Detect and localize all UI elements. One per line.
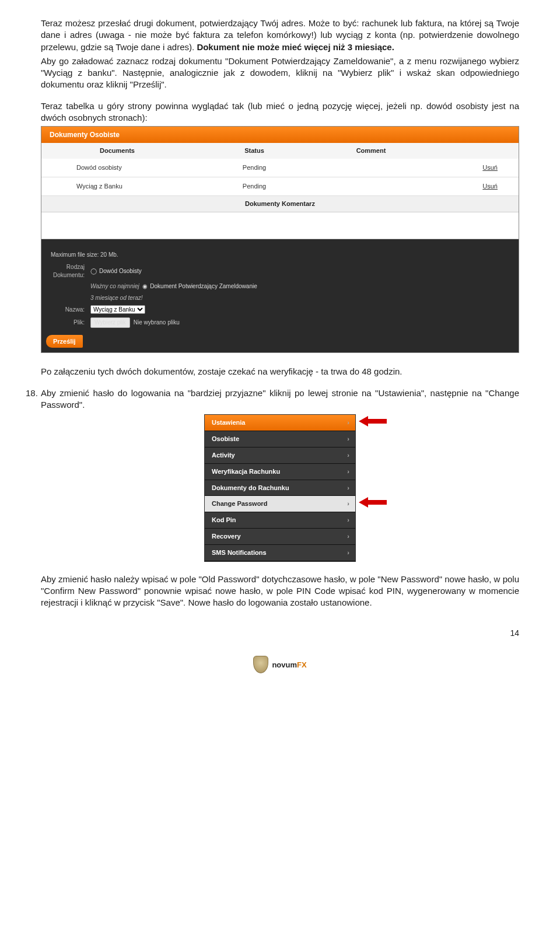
menu-item-osobiste[interactable]: Osobiste › bbox=[205, 431, 355, 447]
doc-status: Pending bbox=[193, 182, 316, 191]
list-text-18: Aby zmienić hasło do logowania na "bardz… bbox=[41, 387, 519, 411]
menu-label: Osobiste bbox=[212, 435, 239, 443]
col-comment: Comment bbox=[316, 146, 426, 155]
chevron-right-icon: › bbox=[347, 548, 349, 557]
max-file-size: Maximum file size: 20 Mb. bbox=[51, 251, 509, 259]
delete-link[interactable]: Usuń bbox=[482, 183, 498, 190]
chevron-right-icon: › bbox=[347, 418, 349, 427]
choose-file-button[interactable]: Wybierz plik bbox=[90, 317, 130, 328]
screenshot-documents-panel: Dokumenty Osobiste Documents Status Comm… bbox=[41, 126, 519, 353]
delete-link[interactable]: Usuń bbox=[482, 164, 498, 171]
menu-item-dokumenty[interactable]: Dokumenty do Rachunku › bbox=[205, 480, 355, 497]
radio-dowod-label: Dowód Osobisty bbox=[99, 267, 142, 275]
chevron-right-icon: › bbox=[347, 467, 349, 476]
menu-item-weryfikacja[interactable]: Weryfikacja Rachunku › bbox=[205, 464, 355, 480]
upload-form: Maximum file size: 20 Mb. Rodzaj Dokumen… bbox=[41, 239, 519, 335]
menu-label: Recovery bbox=[212, 532, 241, 541]
svg-marker-0 bbox=[359, 416, 387, 426]
menu-item-kod-pin[interactable]: Kod Pin › bbox=[205, 512, 355, 529]
col-documents: Documents bbox=[41, 146, 193, 155]
chevron-right-icon: › bbox=[347, 516, 349, 525]
menu-label: Dokumenty do Rachunku bbox=[212, 484, 289, 492]
radio-zameldowanie-label: Dokument Potwierdzający Zameldowanie bbox=[150, 282, 257, 291]
table-row: Wyciąg z Banku Pending Usuń bbox=[41, 177, 519, 196]
menu-item-sms[interactable]: SMS Notifications › bbox=[205, 545, 355, 561]
rodzaj-label: Rodzaj Dokumentu: bbox=[51, 263, 90, 279]
comments-header: Dokumenty Komentarz bbox=[41, 196, 519, 212]
chevron-right-icon: › bbox=[347, 484, 349, 492]
menu-label: Change Password bbox=[212, 499, 267, 508]
submit-button[interactable]: Prześlij bbox=[46, 335, 83, 348]
screenshot-settings-menu: Ustawienia › Osobiste › Activity › Weryf… bbox=[204, 414, 356, 562]
nazwa-select[interactable]: Wyciąg z Banku bbox=[90, 305, 145, 314]
menu-item-ustawienia[interactable]: Ustawienia › bbox=[205, 415, 355, 431]
intro-p1b: Dokument nie może mieć więcej niż 3 mies… bbox=[197, 42, 394, 52]
chevron-right-icon: › bbox=[347, 451, 349, 460]
menu-item-recovery[interactable]: Recovery › bbox=[205, 529, 355, 545]
doc-name: Dowód osobisty bbox=[41, 163, 193, 172]
after-shot2: Aby zmienić hasło należy wpisać w pole "… bbox=[41, 574, 519, 609]
doc-name: Wyciąg z Banku bbox=[41, 182, 193, 191]
chevron-right-icon: › bbox=[347, 435, 349, 443]
panel-header: Dokumenty Osobiste bbox=[41, 127, 519, 143]
no-file-chosen: Nie wybrano pliku bbox=[134, 319, 180, 327]
menu-label: Weryfikacja Rachunku bbox=[212, 467, 280, 476]
menu-item-change-password[interactable]: Change Password › bbox=[205, 496, 355, 512]
red-arrow-icon bbox=[359, 497, 387, 508]
menu-label: Activity bbox=[212, 451, 235, 460]
svg-marker-1 bbox=[359, 497, 387, 508]
intro-para-2: Aby go załadować zaznacz rodzaj dokument… bbox=[41, 55, 519, 91]
menu-label: Ustawienia bbox=[212, 418, 245, 427]
brand-name: novumFX bbox=[272, 660, 306, 670]
plik-label: Plik: bbox=[51, 319, 90, 327]
red-arrow-icon bbox=[359, 416, 387, 426]
intro-para-1: Teraz możesz przesłać drugi dokument, po… bbox=[41, 18, 519, 53]
nazwa-label: Nazwa: bbox=[51, 306, 90, 314]
footer: novumFX bbox=[41, 656, 519, 676]
menu-label: SMS Notifications bbox=[212, 548, 267, 557]
shield-logo-icon bbox=[253, 656, 268, 673]
menu-label: Kod Pin bbox=[212, 516, 236, 525]
chevron-right-icon: › bbox=[347, 499, 349, 508]
doc-status: Pending bbox=[193, 163, 316, 172]
validity-note-1: Ważny co najmniej bbox=[90, 282, 139, 291]
intro-para-3: Teraz tabelka u góry strony powinna wygl… bbox=[41, 100, 519, 124]
col-status: Status bbox=[193, 146, 316, 155]
after-shot1: Po załączeniu tych dwóch dokumentów, zos… bbox=[41, 366, 519, 377]
list-number-18: 18. bbox=[26, 387, 41, 411]
chevron-right-icon: › bbox=[347, 532, 349, 541]
table-row: Dowód osobisty Pending Usuń bbox=[41, 159, 519, 177]
validity-note-2: 3 miesiące od teraz! bbox=[90, 294, 143, 302]
table-header-row: Documents Status Comment bbox=[41, 143, 519, 159]
menu-item-activity[interactable]: Activity › bbox=[205, 447, 355, 464]
radio-zameldowanie[interactable]: ◉ bbox=[142, 282, 148, 291]
radio-dowod[interactable]: ◯ bbox=[90, 267, 97, 275]
page-number: 14 bbox=[41, 628, 519, 639]
